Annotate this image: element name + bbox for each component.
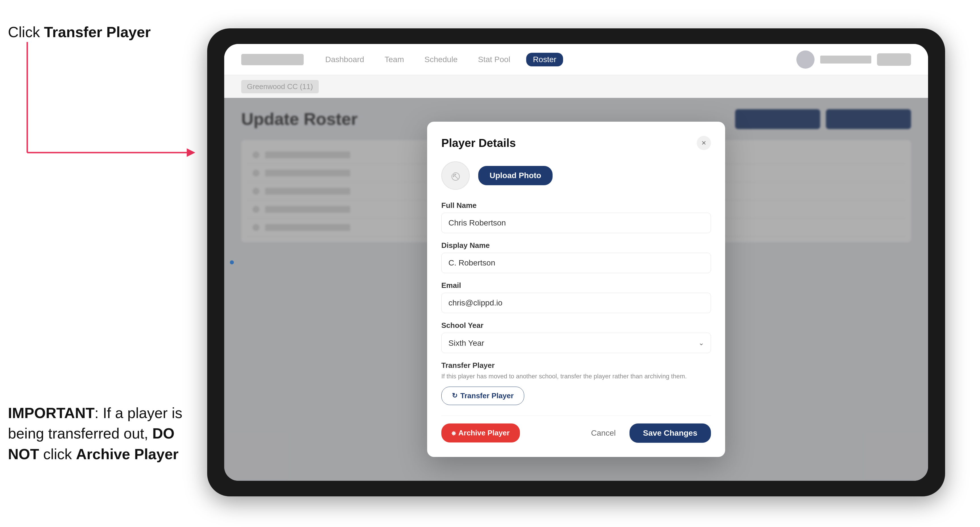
important-label: IMPORTANT xyxy=(8,405,94,421)
archive-btn-label: Archive Player xyxy=(458,429,510,437)
avatar-circle: ⎋ xyxy=(441,161,470,190)
header-nav: Dashboard Team Schedule Stat Pool Roster xyxy=(321,53,780,67)
email-input[interactable] xyxy=(441,293,711,313)
modal-overlay: Player Details × ⎋ Upload Photo Full Nam… xyxy=(224,98,928,481)
instruction-prefix: Click xyxy=(8,24,44,40)
app-logo xyxy=(241,54,304,65)
transfer-icon: ↻ xyxy=(452,392,458,400)
header-user-name xyxy=(820,56,871,63)
player-details-modal: Player Details × ⎋ Upload Photo Full Nam… xyxy=(427,122,725,457)
header-avatar xyxy=(796,51,815,69)
sub-header: Greenwood CC (11) xyxy=(224,75,928,98)
main-content: Update Roster xyxy=(224,98,928,481)
tablet-device: Dashboard Team Schedule Stat Pool Roster… xyxy=(207,29,945,496)
instruction-highlight: Transfer Player xyxy=(44,24,151,40)
nav-item-dashboard[interactable]: Dashboard xyxy=(321,53,369,67)
header-right xyxy=(796,51,911,69)
modal-title: Player Details xyxy=(441,137,516,149)
save-changes-button[interactable]: Save Changes xyxy=(630,424,711,443)
school-year-select-wrapper: First Year Second Year Third Year Fourth… xyxy=(441,333,711,353)
transfer-section: Transfer Player If this player has moved… xyxy=(441,361,711,405)
nav-item-team[interactable]: Team xyxy=(380,53,409,67)
full-name-label: Full Name xyxy=(441,201,711,210)
school-year-group: School Year First Year Second Year Third… xyxy=(441,321,711,353)
avatar-icon: ⎋ xyxy=(452,168,460,184)
email-label: Email xyxy=(441,281,711,290)
full-name-input[interactable] xyxy=(441,213,711,233)
arrow-indicator xyxy=(14,42,195,164)
modal-footer: ⎈ Archive Player Cancel Save Changes xyxy=(441,415,711,443)
header-action-btn[interactable] xyxy=(877,53,911,66)
archive-player-button[interactable]: ⎈ Archive Player xyxy=(441,424,520,443)
nav-item-roster[interactable]: Roster xyxy=(526,53,563,67)
school-year-select[interactable]: First Year Second Year Third Year Fourth… xyxy=(441,333,711,353)
school-year-label: School Year xyxy=(441,321,711,330)
nav-item-statpool[interactable]: Stat Pool xyxy=(473,53,515,67)
upload-photo-button[interactable]: Upload Photo xyxy=(478,166,552,185)
display-name-input[interactable] xyxy=(441,253,711,273)
modal-title-bar: Player Details × xyxy=(441,136,711,150)
sub-header-team[interactable]: Greenwood CC (11) xyxy=(241,80,319,93)
display-name-label: Display Name xyxy=(441,241,711,250)
transfer-description: If this player has moved to another scho… xyxy=(441,372,711,381)
instruction-bottom: IMPORTANT: If a player is being transfer… xyxy=(8,403,182,465)
nav-item-schedule[interactable]: Schedule xyxy=(420,53,462,67)
modal-close-button[interactable]: × xyxy=(697,136,711,150)
display-name-group: Display Name xyxy=(441,241,711,273)
full-name-group: Full Name xyxy=(441,201,711,233)
tablet-screen: Dashboard Team Schedule Stat Pool Roster… xyxy=(224,44,928,481)
app-header: Dashboard Team Schedule Stat Pool Roster xyxy=(224,44,928,75)
transfer-player-button[interactable]: ↻ Transfer Player xyxy=(441,387,524,405)
transfer-btn-label: Transfer Player xyxy=(460,391,514,400)
email-group: Email xyxy=(441,281,711,313)
instruction-top: Click Transfer Player xyxy=(8,23,151,42)
svg-marker-2 xyxy=(187,148,195,157)
archive-icon: ⎈ xyxy=(452,429,455,437)
photo-section: ⎋ Upload Photo xyxy=(441,161,711,190)
cancel-button[interactable]: Cancel xyxy=(584,424,622,443)
footer-right-actions: Cancel Save Changes xyxy=(584,424,711,443)
transfer-section-title: Transfer Player xyxy=(441,361,711,370)
